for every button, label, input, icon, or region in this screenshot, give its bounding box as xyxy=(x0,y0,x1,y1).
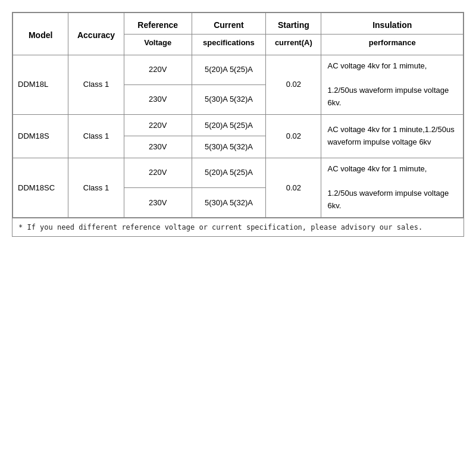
current-spec-cell-1: 5(20)A 5(25)A xyxy=(192,114,265,136)
accuracy-header: Accuracy xyxy=(68,13,124,55)
insulation-cell: AC voltage 4kv for 1 mimute,1.2/50us wav… xyxy=(321,158,464,217)
footer-note: * If you need different reference voltag… xyxy=(12,218,464,237)
insulation-cell: AC voltage 4kv for 1 mimute,1.2/50us wav… xyxy=(321,55,464,114)
specs-table: Model Accuracy Reference Current Startin… xyxy=(12,12,464,218)
specs-table-wrapper: Model Accuracy Reference Current Startin… xyxy=(12,12,464,218)
current-spec-cell-1: 5(20)A 5(25)A xyxy=(192,55,265,84)
table-row: DDM18SClass 1220V5(20)A 5(25)A0.02AC vol… xyxy=(13,114,464,136)
voltage-cell-2: 230V xyxy=(124,187,192,217)
performance-subheader: performance xyxy=(321,35,464,55)
reference-header: Reference xyxy=(124,13,192,35)
voltage-cell-1: 220V xyxy=(124,55,192,84)
voltage-cell-2: 230V xyxy=(124,84,192,114)
accuracy-cell: Class 1 xyxy=(68,55,124,114)
insulation-header: Insulation xyxy=(321,13,464,35)
current-header: Current xyxy=(192,13,265,35)
accuracy-cell: Class 1 xyxy=(68,114,124,158)
header-row-top: Model Accuracy Reference Current Startin… xyxy=(13,13,464,35)
starting-cell: 0.02 xyxy=(266,114,321,158)
current-spec-cell-2: 5(30)A 5(32)A xyxy=(192,136,265,158)
current-a-subheader: current(A) xyxy=(266,35,321,55)
specifications-subheader: specifications xyxy=(192,35,265,55)
starting-header: Starting xyxy=(266,13,321,35)
voltage-subheader: Voltage xyxy=(124,35,192,55)
model-cell: DDM18L xyxy=(13,55,68,114)
accuracy-cell: Class 1 xyxy=(68,158,124,217)
current-spec-cell-2: 5(30)A 5(32)A xyxy=(192,187,265,217)
insulation-cell: AC voltage 4kv for 1 minute,1.2/50us wav… xyxy=(321,114,464,158)
model-header: Model xyxy=(13,13,68,55)
current-spec-cell-2: 5(30)A 5(32)A xyxy=(192,84,265,114)
voltage-cell-1: 220V xyxy=(124,114,192,136)
starting-cell: 0.02 xyxy=(266,55,321,114)
table-row: DDM18SCClass 1220V5(20)A 5(25)A0.02AC vo… xyxy=(13,158,464,187)
voltage-cell-1: 220V xyxy=(124,158,192,187)
current-spec-cell-1: 5(20)A 5(25)A xyxy=(192,158,265,187)
model-cell: DDM18SC xyxy=(13,158,68,217)
voltage-cell-2: 230V xyxy=(124,136,192,158)
table-row: DDM18LClass 1220V5(20)A 5(25)A0.02AC vol… xyxy=(13,55,464,84)
starting-cell: 0.02 xyxy=(266,158,321,217)
model-cell: DDM18S xyxy=(13,114,68,158)
